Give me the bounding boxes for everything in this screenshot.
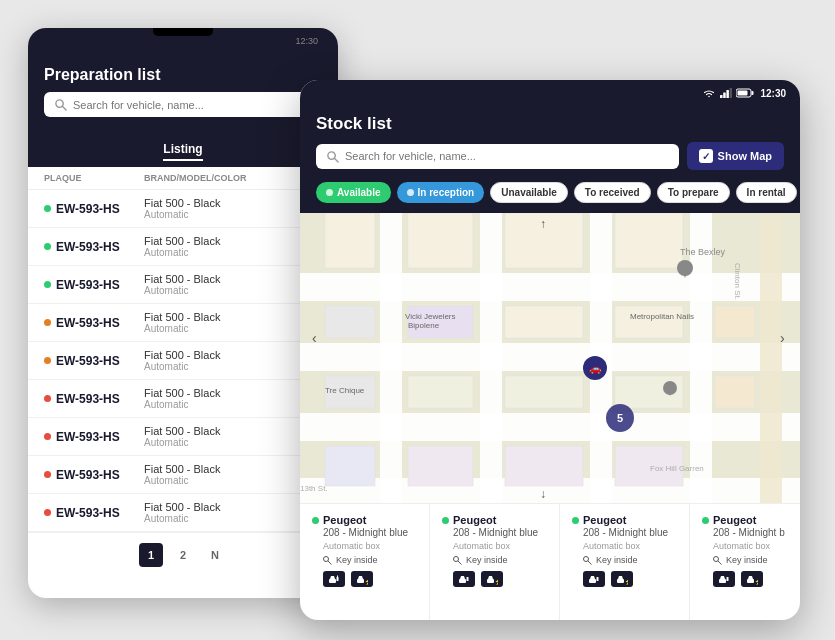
- show-map-label: Show Map: [718, 150, 772, 162]
- svg-text:↑: ↑: [540, 217, 546, 231]
- card-model-1: 208 - Midnight blue: [312, 527, 417, 538]
- svg-rect-31: [505, 376, 583, 408]
- svg-text:The Bexley: The Bexley: [680, 247, 726, 257]
- front-header: Stock list Show Map: [300, 106, 800, 182]
- card-dot-4: [702, 517, 709, 524]
- svg-line-67: [458, 561, 462, 565]
- card-model-2: 208 - Midnight blue: [442, 527, 547, 538]
- car-cards: Peugeot 208 - Midnight blue Automatic bo…: [300, 503, 800, 620]
- filter-to-received[interactable]: To received: [574, 182, 651, 203]
- front-tablet: 12:30 Stock list Show Map Available: [300, 80, 800, 620]
- svg-rect-30: [408, 376, 473, 408]
- key-icon: [583, 556, 592, 565]
- car-card-3[interactable]: Peugeot 208 - Midnight blue Automatic bo…: [560, 504, 690, 620]
- svg-rect-68: [459, 579, 466, 583]
- svg-rect-61: [329, 579, 336, 583]
- status-dot: [44, 471, 51, 478]
- car-card-1[interactable]: Peugeot 208 - Midnight blue Automatic bo…: [300, 504, 430, 620]
- fuel-icon: [583, 571, 605, 587]
- card-sub-2: Automatic box: [442, 541, 547, 551]
- svg-rect-2: [720, 95, 723, 98]
- list-item[interactable]: EW-593-HS Fiat 500 - BlackAutomatic: [28, 418, 338, 456]
- front-search-input[interactable]: [345, 150, 669, 162]
- list-item[interactable]: EW-593-HS Fiat 500 - BlackAutomatic: [28, 266, 338, 304]
- car-card-2[interactable]: Peugeot 208 - Midnight blue Automatic bo…: [430, 504, 560, 620]
- filter-to-prepare[interactable]: To prepare: [657, 182, 730, 203]
- svg-rect-81: [727, 577, 729, 581]
- key-icon: [713, 556, 722, 565]
- svg-rect-33: [715, 306, 755, 338]
- filter-in-rental[interactable]: In rental: [736, 182, 797, 203]
- svg-text:⚡: ⚡: [364, 577, 368, 585]
- svg-text:🚗: 🚗: [589, 362, 602, 375]
- back-search-box[interactable]: [44, 92, 322, 117]
- plaque-header: PLAQUE: [44, 173, 144, 183]
- brand-text: Fiat 500 - BlackAutomatic: [144, 387, 282, 410]
- svg-text:⚡: ⚡: [494, 577, 498, 585]
- brand-text: Fiat 500 - BlackAutomatic: [144, 425, 282, 448]
- svg-rect-16: [380, 213, 402, 503]
- car-card-4[interactable]: Peugeot 208 - Midnight b Automatic box K…: [690, 504, 800, 620]
- filter-unavailable[interactable]: Unavailable: [490, 182, 568, 203]
- available-dot: [326, 189, 333, 196]
- page-2-button[interactable]: 2: [171, 543, 195, 567]
- plaque-text: EW-593-HS: [56, 430, 120, 444]
- list-item[interactable]: EW-593-HS Fiat 500 - BlackAutomatic: [28, 494, 338, 532]
- svg-text:⚡: ⚡: [754, 577, 758, 585]
- card-brand-1: Peugeot: [323, 514, 366, 526]
- card-brand-3: Peugeot: [583, 514, 626, 526]
- svg-text:5: 5: [617, 412, 623, 424]
- svg-rect-36: [408, 446, 473, 486]
- plaque-text: EW-593-HS: [56, 392, 120, 406]
- svg-rect-25: [505, 306, 583, 338]
- plaque-text: EW-593-HS: [56, 278, 120, 292]
- card-dot-3: [572, 517, 579, 524]
- card-dot-1: [312, 517, 319, 524]
- filter-reception-label: In reception: [418, 187, 475, 198]
- signal-icon: [720, 88, 732, 98]
- svg-text:Clinton St.: Clinton St.: [733, 263, 742, 300]
- svg-point-59: [324, 556, 329, 561]
- svg-rect-35: [325, 446, 375, 486]
- svg-rect-74: [589, 579, 596, 583]
- show-map-checkbox: [699, 149, 713, 163]
- card-icons-1: ⚡: [312, 571, 417, 587]
- status-dot: [44, 281, 51, 288]
- svg-rect-28: [325, 306, 375, 338]
- page-1-button[interactable]: 1: [139, 543, 163, 567]
- svg-text:Bipolene: Bipolene: [408, 321, 440, 330]
- back-title: Preparation list: [44, 66, 322, 84]
- list-item[interactable]: EW-593-HS Fiat 500 - BlackAutomatic: [28, 304, 338, 342]
- card-brand-4: Peugeot: [713, 514, 756, 526]
- card-key-3: Key inside: [572, 555, 677, 565]
- page-next-button[interactable]: N: [203, 543, 227, 567]
- list-item[interactable]: EW-593-HS Fiat 500 - BlackAutomatic: [28, 190, 338, 228]
- svg-point-72: [584, 556, 589, 561]
- back-search-input[interactable]: [73, 99, 312, 111]
- search-icon: [54, 98, 67, 111]
- map-area[interactable]: The Bexley Vicki Jewelers Bipolene Metro…: [300, 213, 800, 503]
- svg-rect-69: [467, 577, 469, 581]
- svg-rect-8: [738, 91, 748, 96]
- list-item[interactable]: EW-593-HS Fiat 500 - BlackAutomatic: [28, 456, 338, 494]
- svg-text:›: ›: [780, 330, 785, 346]
- filter-available[interactable]: Available: [316, 182, 391, 203]
- search-row: Show Map: [316, 142, 784, 170]
- filter-reception[interactable]: In reception: [397, 182, 485, 203]
- svg-rect-34: [715, 376, 755, 408]
- card-model-3: 208 - Midnight blue: [572, 527, 677, 538]
- front-search-box[interactable]: [316, 144, 679, 169]
- brand-text: Fiat 500 - BlackAutomatic: [144, 501, 282, 524]
- listing-tab[interactable]: Listing: [163, 142, 202, 161]
- filter-bar: Available In reception Unavailable To re…: [300, 182, 800, 213]
- svg-text:‹: ‹: [312, 330, 317, 346]
- svg-rect-64: [357, 579, 364, 583]
- show-map-button[interactable]: Show Map: [687, 142, 784, 170]
- list-item[interactable]: EW-593-HS Fiat 500 - BlackAutomatic: [28, 342, 338, 380]
- svg-rect-26: [615, 213, 683, 268]
- svg-rect-37: [505, 446, 583, 486]
- list-item[interactable]: EW-593-HS Fiat 500 - BlackAutomatic: [28, 228, 338, 266]
- list-item[interactable]: EW-593-HS Fiat 500 - BlackAutomatic: [28, 380, 338, 418]
- back-tablet: 12:30 Preparation list Listing PLAQUE BR…: [28, 28, 338, 598]
- svg-text:Fox Hill Garren: Fox Hill Garren: [650, 464, 704, 473]
